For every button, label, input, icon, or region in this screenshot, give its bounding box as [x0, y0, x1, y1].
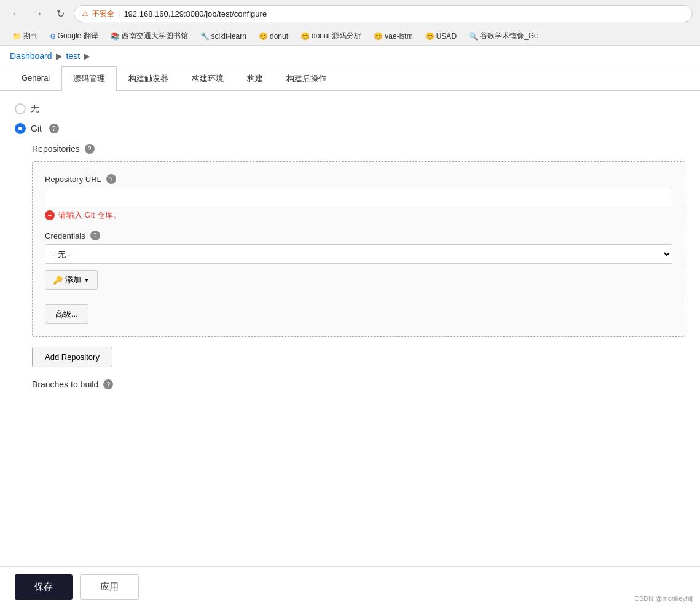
key-icon: 🔑	[53, 276, 63, 285]
security-label: 不安全	[92, 9, 114, 19]
repository-box: Repository URL ? − 请输入 Git 仓库。 Credentia…	[32, 161, 685, 337]
save-button[interactable]: 保存	[15, 574, 73, 600]
watermark: CSDN @monkeyhlj	[634, 595, 693, 602]
tab-source-management[interactable]: 源码管理	[61, 66, 117, 91]
security-icon: ⚠	[82, 9, 88, 18]
bookmark-icon-google: G	[50, 33, 56, 40]
error-text: 请输入 Git 仓库。	[58, 210, 121, 221]
radio-none-label: 无	[31, 103, 39, 114]
bookmark-icon-sklearn: 🔧	[200, 32, 210, 41]
breadcrumb-sep-1: ▶	[56, 51, 63, 61]
bookmark-google-scholar[interactable]: 🔍 谷歌学术镜像_Gc	[464, 30, 543, 42]
radio-git-label: Git	[31, 124, 42, 133]
app-body: Dashboard ▶ test ▶ General 源码管理 构建触发器 构建…	[0, 46, 700, 604]
advanced-section: 高级...	[45, 304, 672, 324]
repositories-label: Repositories ?	[32, 144, 685, 154]
credentials-select[interactable]: - 无 -	[45, 244, 672, 264]
url-text: 192.168.160.129:8080/job/test/configure	[124, 9, 267, 18]
radio-group: 无 Git ?	[15, 103, 685, 134]
repositories-help-icon[interactable]: ?	[85, 144, 95, 154]
main-content: General 源码管理 构建触发器 构建环境 构建 构建后操作 无 Git ?	[0, 66, 700, 451]
add-credentials-button[interactable]: 🔑 添加 ▼	[45, 270, 98, 290]
credentials-help-icon[interactable]: ?	[90, 231, 100, 240]
breadcrumb-dashboard[interactable]: Dashboard	[10, 51, 52, 61]
breadcrumb-sep-2: ▶	[84, 51, 90, 61]
git-help-icon[interactable]: ?	[49, 124, 59, 133]
repo-url-field-label: Repository URL ?	[45, 174, 672, 184]
bookmark-google-translate[interactable]: G Google 翻译	[45, 30, 103, 42]
bookmark-icon-qikan: 📁	[12, 32, 22, 41]
bookmark-donut[interactable]: 😊 donut	[254, 31, 293, 42]
repo-url-input[interactable]	[45, 188, 672, 207]
tab-build-env[interactable]: 构建环境	[180, 66, 235, 91]
breadcrumb-job[interactable]: test	[66, 51, 81, 61]
content-area: 无 Git ? Repositories ?	[0, 91, 700, 402]
reload-button[interactable]: ↻	[52, 5, 69, 22]
back-button[interactable]: ←	[7, 5, 25, 22]
bookmark-icon-donut-source: 😊	[301, 32, 310, 41]
bookmarks-bar: 📁 期刊 G Google 翻译 📚 西南交通大学图书馆 🔧 scikit-le…	[0, 27, 700, 46]
tab-build[interactable]: 构建	[235, 66, 275, 91]
bookmark-qikan[interactable]: 📁 期刊	[7, 30, 43, 42]
error-message: − 请输入 Git 仓库。	[45, 210, 672, 221]
bookmark-icon-scholar: 🔍	[469, 32, 478, 41]
tab-bar: General 源码管理 构建触发器 构建环境 构建 构建后操作	[0, 66, 700, 91]
radio-none-item[interactable]: 无	[15, 103, 685, 114]
footer-bar: 保存 应用	[0, 566, 700, 604]
bookmark-icon-vae: 😊	[374, 32, 383, 41]
bookmark-usad[interactable]: 😊 USAD	[420, 31, 462, 42]
radio-git-circle	[15, 123, 26, 134]
advanced-button[interactable]: 高级...	[45, 304, 88, 324]
breadcrumb: Dashboard ▶ test ▶	[0, 46, 700, 66]
bookmark-sklearn[interactable]: 🔧 scikit-learn	[195, 31, 251, 42]
branches-help-icon[interactable]: ?	[103, 379, 113, 389]
bookmark-icon-library: 📚	[111, 32, 120, 41]
credentials-field-label: Credentials ?	[45, 231, 672, 240]
branches-label: Branches to build ?	[32, 379, 685, 389]
apply-button[interactable]: 应用	[80, 574, 139, 600]
error-icon: −	[45, 210, 55, 220]
bookmark-vae-lstm[interactable]: 😊 vae-lstm	[369, 31, 417, 42]
browser-nav: ← → ↻ ⚠ 不安全 | 192.168.160.129:8080/job/t…	[0, 0, 700, 27]
dropdown-chevron-icon: ▼	[84, 277, 90, 284]
tab-general[interactable]: General	[10, 66, 61, 91]
tab-post-build[interactable]: 构建后操作	[275, 66, 338, 91]
repositories-section: Repositories ? Repository URL ? − 请输入 Gi…	[32, 144, 685, 389]
bookmark-donut-source[interactable]: 😊 donut 源码分析	[296, 30, 366, 42]
url-separator: |	[118, 9, 120, 18]
add-repository-button[interactable]: Add Repository	[32, 347, 112, 367]
bookmark-library[interactable]: 📚 西南交通大学图书馆	[106, 30, 193, 42]
add-label: 添加	[65, 274, 81, 285]
address-bar[interactable]: ⚠ 不安全 | 192.168.160.129:8080/job/test/co…	[74, 5, 693, 22]
bookmark-icon-usad: 😊	[425, 32, 435, 41]
radio-none-circle	[15, 103, 26, 114]
browser-chrome: ← → ↻ ⚠ 不安全 | 192.168.160.129:8080/job/t…	[0, 0, 700, 46]
forward-button[interactable]: →	[29, 5, 47, 22]
radio-git-item[interactable]: Git ?	[15, 123, 685, 134]
repo-url-help-icon[interactable]: ?	[106, 174, 116, 184]
tab-build-triggers[interactable]: 构建触发器	[117, 66, 180, 91]
bookmark-icon-donut: 😊	[259, 32, 268, 41]
